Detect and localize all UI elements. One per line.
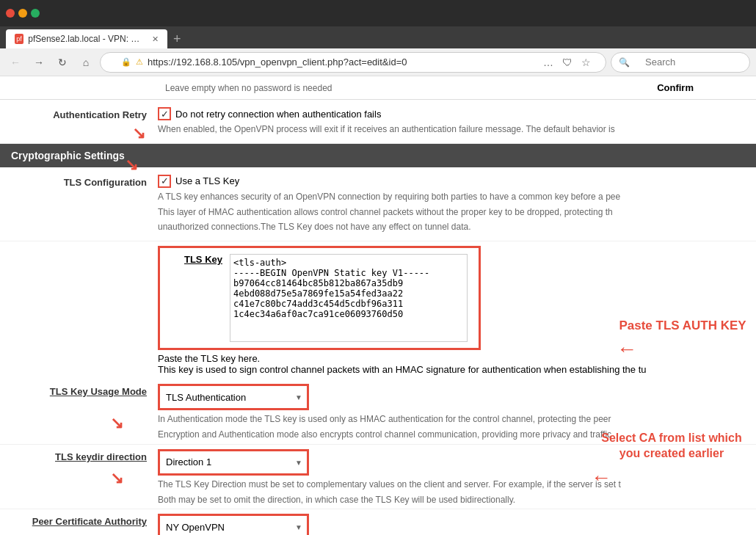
crypto-section-title: Cryptographic Settings xyxy=(11,150,125,161)
home-button[interactable]: ⌂ xyxy=(76,53,95,72)
search-wrapper: 🔍 xyxy=(611,52,750,73)
tls-config-hint1: A TLS key enhances security of an OpenVP… xyxy=(158,191,745,203)
tab-favicon: pf xyxy=(15,34,23,44)
tls-key-hint2: This key is used to sign control channel… xyxy=(158,364,745,375)
password-hint-row: Leave empty when no password is needed C… xyxy=(0,76,756,99)
paste-tls-text: Paste TLS AUTH KEY xyxy=(619,319,746,332)
browser-chrome xyxy=(0,0,756,26)
tls-config-checkbox-label: Use a TLS Key xyxy=(175,175,239,186)
star-icon[interactable]: ☆ xyxy=(578,55,594,70)
auth-retry-row: Authentication Retry Do not retry connec… xyxy=(0,99,756,144)
new-tab-button[interactable]: + xyxy=(167,29,187,48)
page-content: Leave empty when no password is needed C… xyxy=(0,76,756,535)
tls-config-hint3: unauthorized connections.The TLS Key doe… xyxy=(158,221,745,233)
forward-button[interactable]: → xyxy=(29,53,48,72)
tls-usage-arrow: ↘ xyxy=(110,414,123,433)
peer-ca-select-wrapper: NY OpenVPN xyxy=(158,514,309,535)
auth-retry-label: Authentication Retry xyxy=(11,107,158,120)
address-icons: … 🛡 ☆ xyxy=(540,55,597,70)
tls-key-label: TLS Key xyxy=(171,254,230,265)
auth-retry-checkbox[interactable] xyxy=(158,107,171,120)
tab-label: pfSense2.lab.local - VPN: Open... xyxy=(28,34,143,44)
tls-usage-mode-select-wrapper: TLS Authentication xyxy=(158,384,309,410)
peer-ca-label: Peer Certificate Authority xyxy=(11,514,158,527)
crypto-section-header: Cryptographic Settings xyxy=(0,144,756,167)
tls-key-container: TLS Key xyxy=(158,246,481,350)
select-ca-line1: Select CA from list which xyxy=(601,432,741,444)
select-ca-annotation: Select CA from list which you created ea… xyxy=(591,431,752,491)
auth-retry-checkbox-row: Do not retry connection when authenticat… xyxy=(158,107,745,120)
peer-ca-select[interactable]: NY OpenVPN xyxy=(160,516,307,535)
tls-keydir-label: TLS keydir direction xyxy=(11,449,158,462)
auth-retry-content: Do not retry connection when authenticat… xyxy=(158,107,745,136)
tls-key-textarea[interactable] xyxy=(230,254,468,342)
confirm-label: Confirm xyxy=(657,82,694,93)
tls-config-arrow: ↘ xyxy=(125,156,138,175)
tls-usage-mode-select-container: TLS Authentication xyxy=(160,386,307,408)
tls-keydir-hint2: Both may be set to omit the direction, i… xyxy=(158,494,745,506)
auth-retry-checkbox-label: Do not retry connection when authenticat… xyxy=(175,109,381,120)
tls-usage-mode-select[interactable]: TLS Authentication xyxy=(160,386,307,408)
tls-key-label-row: TLS Key xyxy=(160,248,479,348)
tls-config-hint2: This layer of HMAC authentication allows… xyxy=(158,206,745,219)
search-box: 🔍 xyxy=(611,52,750,73)
tls-config-checkbox[interactable] xyxy=(158,175,171,188)
select-ca-arrow: ← xyxy=(591,465,752,491)
search-input[interactable] xyxy=(632,57,742,68)
password-hint: Leave empty when no password is needed xyxy=(165,83,332,93)
tls-config-label: TLS Configuration xyxy=(11,175,158,188)
tls-config-row: TLS Configuration Use a TLS Key A TLS ke… xyxy=(0,167,756,241)
shield-icon[interactable]: 🛡 xyxy=(559,55,575,70)
tls-usage-hint1: In Authentication mode the TLS key is us… xyxy=(158,413,745,426)
bookmark-icon[interactable]: … xyxy=(540,55,556,70)
tls-config-checkbox-row: Use a TLS Key xyxy=(158,175,745,188)
address-bar[interactable]: 🔒 ⚠ https://192.168.8.105/vpn_openvpn_cl… xyxy=(100,52,606,73)
url-text: https://192.168.8.105/vpn_openvpn_client… xyxy=(148,57,536,68)
tls-keydir-select[interactable]: Direction 1 xyxy=(160,451,307,473)
address-bar-row: ← → ↻ ⌂ 🔒 ⚠ https://192.168.8.105/vpn_op… xyxy=(0,48,756,76)
auth-retry-hint: When enabled, the OpenVPN process will e… xyxy=(158,123,745,136)
back-button[interactable]: ← xyxy=(6,53,25,72)
tls-keydir-select-wrapper: Direction 1 xyxy=(158,449,309,476)
tls-config-content: Use a TLS Key A TLS key enhances securit… xyxy=(158,175,745,233)
refresh-button[interactable]: ↻ xyxy=(53,53,72,72)
tls-keydir-select-container: Direction 1 xyxy=(160,451,307,473)
auth-retry-arrow: ↘ xyxy=(132,124,145,143)
tls-usage-mode-label: TLS Key Usage Mode xyxy=(11,384,158,397)
peer-ca-row: Peer Certificate Authority NY OpenVPN xyxy=(0,509,756,535)
tls-keydir-arrow: ↘ xyxy=(110,469,123,488)
tab-close-button[interactable]: ✕ xyxy=(152,34,159,44)
active-tab[interactable]: pf pfSense2.lab.local - VPN: Open... ✕ xyxy=(6,29,167,48)
tab-bar: pf pfSense2.lab.local - VPN: Open... ✕ + xyxy=(0,26,756,48)
peer-ca-select-container: NY OpenVPN xyxy=(160,516,307,535)
peer-ca-content: NY OpenVPN xyxy=(158,514,745,535)
paste-tls-annotation: Paste TLS AUTH KEY ← xyxy=(617,319,749,361)
select-ca-line2: you created earlier xyxy=(619,447,724,459)
search-icon: 🔍 xyxy=(619,57,630,68)
paste-tls-arrow: ← xyxy=(617,338,749,361)
